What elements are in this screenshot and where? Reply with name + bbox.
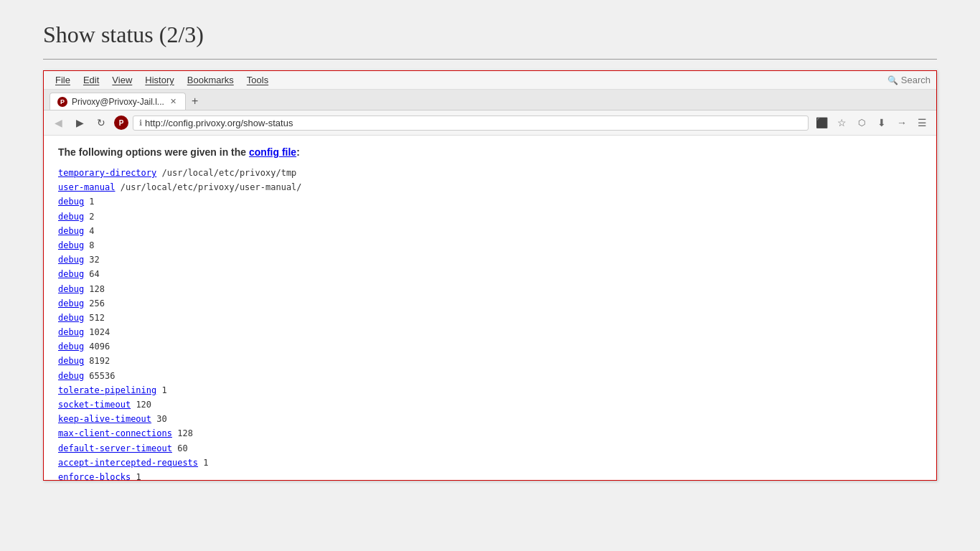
config-key[interactable]: debug: [58, 240, 84, 250]
address-actions: ⬛ ☆ ⬡ ⬇ → ☰: [813, 114, 930, 131]
menu-view[interactable]: View: [106, 73, 138, 87]
config-line: debug 8: [58, 239, 922, 253]
config-value: /usr/local/etc/privoxy/user-manual/: [115, 182, 301, 192]
config-value: 1024: [84, 327, 110, 337]
pocket-icon: ⬡: [858, 118, 865, 128]
config-key[interactable]: debug: [58, 313, 84, 323]
config-value: 8: [84, 240, 94, 250]
config-line: debug 2: [58, 210, 922, 224]
config-key[interactable]: user-manual: [58, 182, 115, 192]
config-key[interactable]: accept-intercepted-requests: [58, 458, 198, 468]
download-button[interactable]: ⬇: [873, 114, 890, 131]
config-value: 1: [156, 385, 166, 395]
config-line: debug 256: [58, 297, 922, 311]
config-key[interactable]: tolerate-pipelining: [58, 385, 156, 395]
config-line: debug 64: [58, 268, 922, 281]
config-value: 120: [131, 400, 151, 410]
config-key[interactable]: debug: [58, 298, 84, 309]
config-key[interactable]: temporary-directory: [58, 168, 156, 178]
tab-favicon: P: [57, 97, 67, 107]
config-line: max-client-connections 128: [58, 427, 922, 441]
menu-bookmarks[interactable]: Bookmarks: [182, 73, 240, 87]
pocket-button[interactable]: ⬡: [853, 114, 870, 131]
config-value: 32: [84, 255, 100, 265]
config-value: 8192: [84, 356, 110, 366]
config-line: debug 512: [58, 311, 922, 325]
config-line: user-manual /usr/local/etc/privoxy/user-…: [58, 181, 922, 194]
forward-button[interactable]: ▶: [71, 114, 88, 131]
screen-icon: ⬛: [816, 117, 828, 128]
config-value: 65536: [84, 371, 115, 381]
forward-icon: ▶: [76, 117, 84, 128]
download-icon: ⬇: [877, 117, 886, 128]
config-key[interactable]: debug: [58, 226, 84, 236]
config-line: keep-alive-timeout 30: [58, 413, 922, 426]
menu-history[interactable]: History: [139, 73, 179, 87]
menu-edit[interactable]: Edit: [77, 73, 105, 87]
config-key[interactable]: keep-alive-timeout: [58, 414, 151, 424]
browser-window: File Edit View History Bookmarks Tools 🔍…: [43, 70, 937, 481]
config-key[interactable]: debug: [58, 371, 84, 381]
bookmark-star-button[interactable]: ☆: [833, 114, 850, 131]
address-bar: ◀ ▶ ↻ P ℹ http://config.privoxy.org/show…: [44, 110, 936, 136]
config-key[interactable]: debug: [58, 255, 84, 265]
config-key[interactable]: debug: [58, 356, 84, 366]
config-key[interactable]: max-client-connections: [58, 428, 172, 438]
config-line: debug 8192: [58, 354, 922, 368]
active-tab[interactable]: P Privoxy@Privoxy-Jail.l... ✕: [50, 93, 186, 110]
content-heading: The following options were given in the …: [58, 146, 922, 158]
config-line: default-server-timeout 60: [58, 442, 922, 456]
config-line: debug 65536: [58, 369, 922, 383]
config-key[interactable]: debug: [58, 327, 84, 337]
tab-bar: P Privoxy@Privoxy-Jail.l... ✕ +: [44, 90, 936, 110]
tab-label: Privoxy@Privoxy-Jail.l...: [72, 97, 164, 107]
config-file-link[interactable]: config file: [249, 146, 296, 158]
config-value: 512: [84, 313, 105, 323]
menu-button[interactable]: ☰: [913, 114, 930, 131]
info-icon: ℹ: [139, 118, 142, 128]
config-key[interactable]: socket-timeout: [58, 400, 131, 410]
screen-button[interactable]: ⬛: [813, 114, 830, 131]
back-button[interactable]: ◀: [50, 114, 67, 131]
refresh-button[interactable]: ↻: [93, 114, 110, 131]
config-value: 1: [198, 458, 208, 468]
config-lines: temporary-directory /usr/local/etc/privo…: [58, 166, 922, 480]
synced-tabs-button[interactable]: →: [893, 114, 910, 131]
config-line: tolerate-pipelining 1: [58, 384, 922, 397]
config-key[interactable]: debug: [58, 212, 84, 222]
config-line: debug 128: [58, 283, 922, 296]
page-title-area: Show status (2/3): [0, 0, 980, 59]
config-line: debug 4: [58, 225, 922, 238]
config-value: 4096: [84, 342, 110, 352]
config-value: 128: [172, 428, 193, 438]
site-icon: P: [114, 116, 128, 130]
menu-file[interactable]: File: [50, 73, 76, 87]
config-value: 30: [151, 414, 167, 424]
back-icon: ◀: [55, 117, 62, 128]
config-key[interactable]: debug: [58, 197, 84, 207]
config-key[interactable]: debug: [58, 284, 84, 294]
config-key[interactable]: default-server-timeout: [58, 443, 172, 453]
url-bar[interactable]: ℹ http://config.privoxy.org/show-status: [133, 116, 809, 131]
page-title: Show status (2/3): [43, 22, 937, 48]
star-icon: ☆: [837, 117, 847, 128]
search-icon: 🔍: [887, 75, 898, 85]
config-value: 4: [84, 226, 94, 236]
title-divider: [43, 59, 937, 60]
tab-close-button[interactable]: ✕: [169, 96, 178, 107]
refresh-icon: ↻: [97, 117, 105, 128]
new-tab-button[interactable]: +: [187, 94, 202, 108]
menu-bar: File Edit View History Bookmarks Tools 🔍…: [44, 71, 936, 90]
config-value: 1: [131, 472, 141, 480]
synced-icon: →: [897, 117, 907, 128]
config-value: 60: [172, 443, 188, 453]
config-line: debug 32: [58, 253, 922, 267]
config-key[interactable]: enforce-blocks: [58, 472, 131, 480]
config-line: temporary-directory /usr/local/etc/privo…: [58, 166, 922, 180]
menu-tools[interactable]: Tools: [241, 73, 274, 87]
config-key[interactable]: debug: [58, 269, 84, 279]
hamburger-icon: ☰: [918, 117, 927, 128]
config-key[interactable]: debug: [58, 342, 84, 352]
heading-end: :: [296, 146, 300, 158]
config-line: accept-intercepted-requests 1: [58, 456, 922, 470]
